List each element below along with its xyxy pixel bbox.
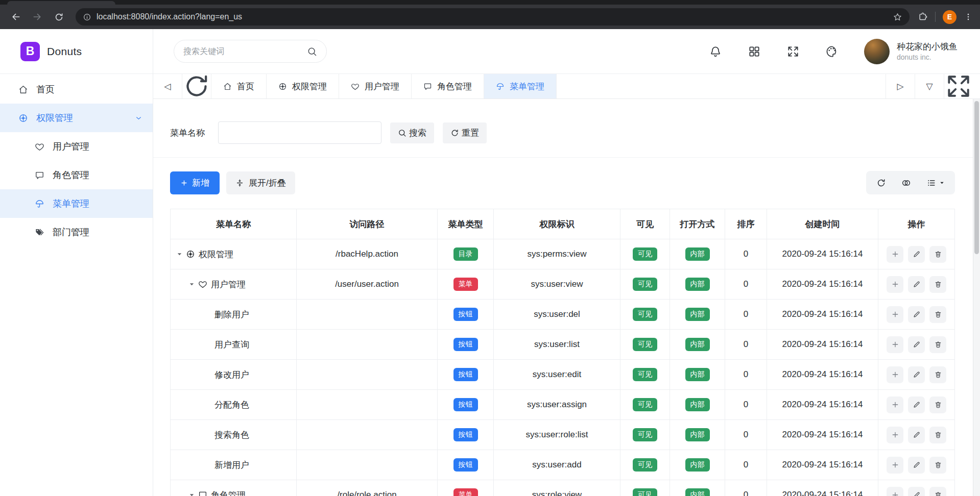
tabbar-fullscreen-icon[interactable] <box>944 74 973 98</box>
app-logo[interactable]: B Donuts <box>0 29 153 74</box>
extensions-icon[interactable] <box>918 12 928 22</box>
grid-icon[interactable] <box>748 45 761 58</box>
row-edit-button[interactable] <box>908 246 925 263</box>
row-delete-button[interactable] <box>929 246 946 263</box>
menu-created: 2020-09-24 15:16:14 <box>767 390 878 420</box>
global-search[interactable] <box>174 40 327 63</box>
row-delete-button[interactable] <box>929 306 946 323</box>
user-avatar[interactable] <box>864 39 890 64</box>
status-badge: 菜单 <box>453 488 478 496</box>
row-add-button[interactable] <box>887 396 903 413</box>
status-badge: 按钮 <box>453 368 478 381</box>
menu-path <box>297 390 438 420</box>
sidebar-item-用户管理[interactable]: 用户管理 <box>0 132 153 161</box>
user-name: 种花家的小饿鱼 <box>897 41 958 53</box>
row-add-button[interactable] <box>887 306 903 323</box>
row-edit-button[interactable] <box>908 366 925 383</box>
reload-icon[interactable] <box>50 8 67 26</box>
column-header: 排序 <box>725 209 767 239</box>
address-bar[interactable]: localhost:8080/index.action?lang=en_us <box>76 8 910 26</box>
columns-menu[interactable] <box>926 178 945 188</box>
tab-首页[interactable]: 首页 <box>211 74 267 98</box>
row-delete-button[interactable] <box>929 276 946 293</box>
sidebar: B Donuts 首页权限管理用户管理角色管理菜单管理部门管理 <box>0 29 153 496</box>
row-add-button[interactable] <box>887 366 903 383</box>
scrollbar-thumb[interactable] <box>974 101 979 254</box>
plus-icon <box>891 310 899 318</box>
row-delete-button[interactable] <box>929 336 946 353</box>
row-add-button[interactable] <box>887 457 903 474</box>
row-delete-button[interactable] <box>929 487 946 496</box>
row-add-button[interactable] <box>887 276 903 293</box>
tab-用户管理[interactable]: 用户管理 <box>339 74 412 98</box>
sidebar-item-菜单管理[interactable]: 菜单管理 <box>0 189 153 218</box>
row-delete-button[interactable] <box>929 427 946 443</box>
info-icon[interactable] <box>83 13 91 21</box>
tab-角色管理[interactable]: 角色管理 <box>412 74 484 98</box>
table-row: 角色管理/role/role.action菜单sys:role:view可见内部… <box>171 480 955 496</box>
reset-button[interactable]: 重置 <box>443 122 487 143</box>
row-edit-button[interactable] <box>908 306 925 323</box>
user-menu[interactable]: 种花家的小饿鱼 donuts inc. <box>864 39 958 64</box>
star-icon[interactable] <box>893 12 902 22</box>
search-icon[interactable] <box>307 46 317 57</box>
row-delete-button[interactable] <box>929 366 946 383</box>
row-add-button[interactable] <box>887 246 903 263</box>
menu-perm: sys:user:view <box>494 269 620 300</box>
home-icon <box>223 82 232 91</box>
global-search-input[interactable] <box>183 47 307 56</box>
tabbar-reload-icon[interactable] <box>182 74 211 98</box>
row-delete-button[interactable] <box>929 457 946 474</box>
refresh-icon[interactable] <box>876 178 886 188</box>
sidebar-item-label: 首页 <box>36 83 55 95</box>
row-delete-button[interactable] <box>929 396 946 413</box>
browser-tab[interactable] <box>7 1 115 5</box>
menu-name-input[interactable] <box>218 121 381 144</box>
menu-created: 2020-09-24 15:16:14 <box>767 300 878 330</box>
pencil-icon <box>913 340 921 349</box>
menu-perm: sys:user:del <box>494 300 620 330</box>
expand-icon[interactable] <box>786 45 800 58</box>
sidebar-item-权限管理[interactable]: 权限管理 <box>0 104 153 132</box>
sidebar-item-角色管理[interactable]: 角色管理 <box>0 161 153 189</box>
status-badge: 可见 <box>633 458 657 471</box>
tab-菜单管理[interactable]: 菜单管理 <box>484 74 557 98</box>
row-actions <box>878 420 955 450</box>
expand-collapse-button[interactable]: 展开/折叠 <box>226 171 295 194</box>
row-edit-button[interactable] <box>908 276 925 293</box>
status-badge: 目录 <box>453 247 478 260</box>
row-edit-button[interactable] <box>908 487 925 496</box>
menu-name: 搜索角色 <box>214 429 249 441</box>
forward-icon[interactable] <box>29 8 46 26</box>
url-text[interactable]: localhost:8080/index.action?lang=en_us <box>97 12 893 21</box>
sidebar-item-label: 部门管理 <box>53 226 89 238</box>
row-add-button[interactable] <box>887 487 903 496</box>
tabbar-triangle-right-icon[interactable]: ▷ <box>886 74 915 98</box>
add-button[interactable]: 新增 <box>170 171 220 194</box>
tabbar-triangle-down-icon[interactable]: ▽ <box>915 74 944 98</box>
sidebar-item-label: 权限管理 <box>36 112 73 124</box>
back-icon[interactable] <box>7 8 25 26</box>
tab-权限管理[interactable]: 权限管理 <box>267 74 339 98</box>
comment-icon <box>198 490 207 496</box>
status-badge: 内部 <box>685 458 710 471</box>
sidebar-item-部门管理[interactable]: 部门管理 <box>0 218 153 246</box>
row-add-button[interactable] <box>887 336 903 353</box>
row-edit-button[interactable] <box>908 396 925 413</box>
sidebar-item-首页[interactable]: 首页 <box>0 75 153 104</box>
tabbar-triangle-left-icon[interactable]: ◁ <box>153 74 182 98</box>
table-row: 权限管理/rbacHelp.action目录sys:perms:view可见内部… <box>171 239 955 269</box>
browser-profile-avatar[interactable]: E <box>943 10 957 24</box>
heart-icon <box>351 82 360 91</box>
toggle-circles-icon[interactable] <box>901 178 911 188</box>
palette-icon[interactable] <box>825 45 839 58</box>
menu-dots-icon[interactable] <box>964 12 973 21</box>
row-edit-button[interactable] <box>908 457 925 474</box>
bell-icon[interactable] <box>709 45 722 58</box>
row-add-button[interactable] <box>887 427 903 443</box>
row-edit-button[interactable] <box>908 336 925 353</box>
pencil-icon <box>913 401 921 409</box>
umbrella-icon <box>496 82 505 91</box>
search-button[interactable]: 搜索 <box>390 122 434 143</box>
row-edit-button[interactable] <box>908 427 925 443</box>
